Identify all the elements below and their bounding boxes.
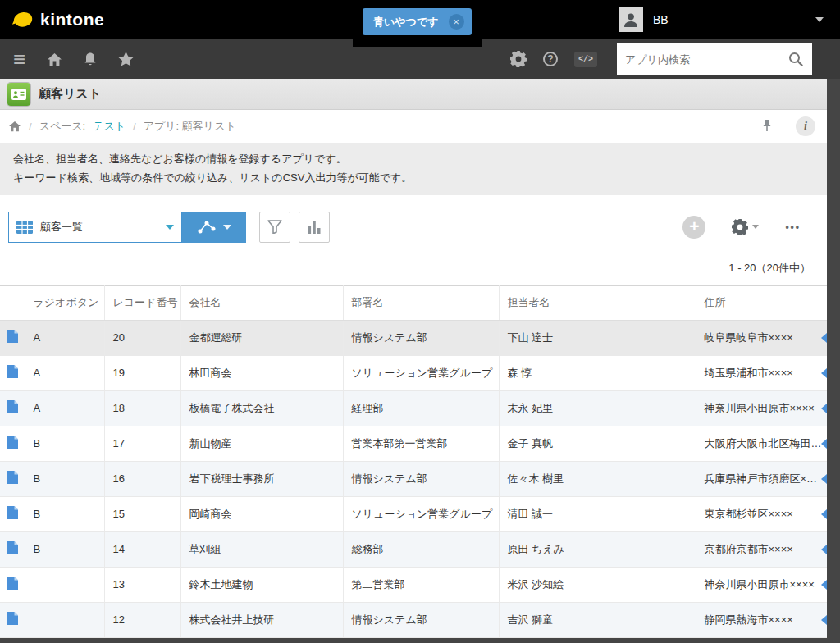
cell-radio: B — [25, 496, 104, 531]
table-row[interactable]: A20金都運総研情報システム部下山 達士岐阜県岐阜市×××× — [0, 320, 827, 355]
chart-button[interactable] — [299, 212, 330, 243]
pin-icon[interactable] — [761, 119, 773, 135]
column-department[interactable]: 部署名 — [343, 285, 499, 320]
column-address[interactable]: 住所 — [696, 285, 827, 320]
cell-record-no: 20 — [104, 320, 180, 355]
navbar-right-cluster: ? </> — [510, 43, 812, 75]
breadcrumb-separator: / — [133, 121, 136, 133]
record-document-icon — [7, 330, 18, 343]
column-radio[interactable]: ラジオボタン — [25, 285, 104, 320]
cell-company: 株式会社井上技研 — [180, 602, 343, 637]
column-person[interactable]: 担当者名 — [499, 285, 696, 320]
record-detail-link[interactable] — [0, 602, 25, 637]
table-row[interactable]: A19林田商会ソリューション営業グループ森 惇埼玉県浦和市×××× — [0, 355, 827, 390]
cell-department: ソリューション営業グループ — [343, 496, 499, 531]
hamburger-menu-icon[interactable]: ≡ — [13, 48, 25, 70]
user-menu[interactable]: BB — [619, 7, 840, 32]
record-document-icon — [7, 541, 18, 554]
row-edit-triangle[interactable] — [821, 333, 827, 343]
cell-radio — [25, 567, 104, 602]
code-icon[interactable]: </> — [574, 52, 597, 67]
table-row[interactable]: A18板橋電子株式会社経理部末永 妃里神奈川県小田原市×××× — [0, 390, 827, 426]
close-icon[interactable]: × — [449, 14, 464, 30]
table-row[interactable]: B14草刈組総務部原田 ちえみ京都府京都市×××× — [0, 531, 827, 567]
cell-record-no: 14 — [104, 531, 180, 567]
record-document-icon — [7, 506, 18, 519]
record-document-icon — [7, 365, 18, 378]
cell-radio: A — [25, 320, 104, 355]
view-toolbar: 顧客一覧 + ••• — [8, 212, 810, 243]
chevron-down-icon — [815, 17, 824, 22]
contacts-icon — [11, 89, 26, 100]
record-detail-link[interactable] — [0, 390, 25, 426]
record-detail-link[interactable] — [0, 426, 25, 461]
description-line-1: 会社名、担当者名、連絡先などお客様の情報を登録するアプリです。 — [13, 150, 814, 169]
cell-department: ソリューション営業グループ — [343, 355, 499, 390]
home-icon[interactable] — [47, 52, 62, 66]
add-record-button[interactable]: + — [682, 216, 705, 239]
cell-address: 京都府京都市×××× — [696, 531, 827, 567]
column-record-number[interactable]: レコード番号 — [104, 285, 180, 320]
graph-button[interactable] — [182, 212, 246, 243]
search-button[interactable] — [778, 43, 812, 75]
bell-icon[interactable] — [84, 52, 97, 67]
table-row[interactable]: B16岩下税理士事務所情報システム部佐々木 樹里兵庫県神戸市須磨区×… — [0, 461, 827, 496]
column-detail-icon — [0, 285, 25, 320]
app-search — [617, 43, 812, 75]
star-icon[interactable] — [118, 52, 134, 66]
cell-address: 静岡県熱海市×××× — [696, 602, 827, 637]
column-company[interactable]: 会社名 — [180, 285, 343, 320]
table-row[interactable]: B17新山物産営業本部第一営業部金子 真帆大阪府大阪市北区梅田… — [0, 426, 827, 461]
page-title: 顧客リスト — [39, 86, 101, 102]
breadcrumb-space-link[interactable]: テスト — [93, 119, 126, 134]
record-detail-link[interactable] — [0, 355, 25, 390]
row-edit-triangle[interactable] — [821, 615, 827, 625]
help-icon[interactable]: ? — [543, 52, 558, 66]
record-document-icon — [7, 436, 18, 449]
app-icon[interactable] — [7, 83, 30, 106]
record-table-body: A20金都運総研情報システム部下山 達士岐阜県岐阜市××××A19林田商会ソリュ… — [0, 320, 827, 637]
record-document-icon — [7, 400, 18, 413]
record-detail-link[interactable] — [0, 496, 25, 531]
cell-record-no: 13 — [104, 567, 180, 602]
row-edit-triangle[interactable] — [821, 439, 827, 449]
info-icon[interactable]: i — [796, 116, 815, 136]
row-edit-triangle[interactable] — [821, 474, 827, 484]
cell-company: 板橋電子株式会社 — [180, 390, 343, 426]
more-options-button[interactable]: ••• — [785, 221, 801, 233]
search-input[interactable] — [617, 43, 778, 75]
app-settings-button[interactable] — [732, 219, 759, 235]
record-detail-link[interactable] — [0, 567, 25, 602]
view-selector[interactable]: 顧客一覧 — [8, 212, 182, 243]
record-detail-link[interactable] — [0, 320, 25, 355]
cell-department: 経理部 — [343, 390, 499, 426]
cell-person: 金子 真帆 — [499, 426, 696, 461]
record-document-icon — [7, 612, 18, 625]
table-row[interactable]: 12株式会社井上技研情報システム部吉沢 獅童静岡県熱海市×××× — [0, 602, 827, 637]
table-row[interactable]: B15岡崎商会ソリューション営業グループ清田 誠一東京都杉並区×××× — [0, 496, 827, 531]
cell-address: 神奈川県小田原市×××× — [696, 567, 827, 602]
avatar — [619, 7, 643, 32]
filter-button[interactable] — [259, 212, 290, 243]
logo-text: kintone — [40, 10, 104, 30]
kintone-logo[interactable]: kintone — [11, 10, 104, 30]
gear-icon[interactable] — [510, 51, 527, 67]
chevron-down-icon — [752, 225, 759, 229]
row-edit-triangle[interactable] — [821, 545, 827, 554]
table-row[interactable]: 13鈴木土地建物第二営業部米沢 沙知絵神奈川県小田原市×××× — [0, 567, 827, 602]
cell-department: 情報システム部 — [343, 320, 499, 355]
row-edit-triangle[interactable] — [821, 580, 827, 590]
row-edit-triangle[interactable] — [821, 509, 827, 519]
record-detail-link[interactable] — [0, 461, 25, 496]
home-icon[interactable] — [8, 121, 21, 132]
row-edit-triangle[interactable] — [821, 368, 827, 378]
cell-address: 神奈川県小田原市×××× — [696, 390, 827, 426]
record-detail-link[interactable] — [0, 531, 25, 567]
cell-radio: A — [25, 390, 104, 426]
breadcrumb: / スペース: テスト / アプリ: 顧客リスト i — [0, 110, 827, 143]
app-window: kintone 青いやつです × BB ≡ — [0, 0, 840, 643]
cell-address: 大阪府大阪市北区梅田… — [696, 426, 827, 461]
row-edit-triangle[interactable] — [821, 404, 827, 413]
cell-company: 新山物産 — [180, 426, 343, 461]
cell-company: 岡崎商会 — [180, 496, 343, 531]
